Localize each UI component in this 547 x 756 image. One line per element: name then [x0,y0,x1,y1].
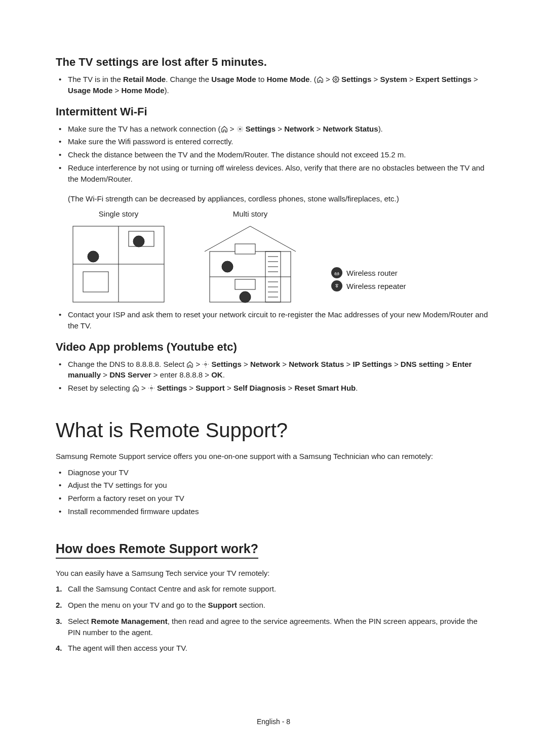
list-item: Adjust the TV settings for you [56,480,491,491]
text: Change the DNS to 8.8.8.8. Select [68,360,186,368]
svg-point-27 [150,387,152,389]
path: Network Status [289,360,344,368]
separator: > [225,384,233,392]
separator: > [205,370,211,379]
text-bold: Remote Management [91,617,168,625]
separator: > [112,86,121,95]
list-item: Contact your ISP and ask them to reset y… [56,309,491,331]
list-item: Reset by selecting > Settings > Support … [56,383,491,394]
legend-label: Wireless router [346,269,398,277]
home-icon [186,360,193,367]
svg-rect-6 [83,272,108,292]
separator: > [371,75,380,83]
home-icon [317,75,324,82]
steps-how: Call the Samsung Contact Centre and ask … [56,583,491,654]
svg-point-0 [335,78,337,80]
figure-label: Single story [99,209,138,218]
text-bold: Support [208,601,238,609]
list-item: The TV is in the Retail Mode. Change the… [56,74,491,96]
separator: > [276,124,284,133]
list-item: Make sure the Wifi password is entered c… [56,136,491,147]
page-footer: English - 8 [0,718,547,726]
text: ). [164,86,169,95]
svg-point-8 [133,236,144,247]
legend-row-router: Wireless router [331,267,406,278]
list-remote: Diagnose your TV Adjust the TV settings … [56,467,491,517]
house-multi-icon [200,221,301,307]
list-item: Diagnose your TV [56,467,491,478]
repeater-icon [331,280,342,291]
path: DNS setting [401,360,444,368]
text-bold: Retail Mode [123,75,166,83]
list-wifi-2: Contact your ISP and ask them to reset y… [56,309,491,331]
path: Support [196,384,225,392]
path-settings: Settings [246,124,276,133]
svg-point-23 [240,291,251,303]
list-item: Check the distance between the TV and th… [56,149,491,160]
svg-point-22 [222,261,233,272]
separator: > [407,75,416,83]
separator: > [444,360,452,368]
path-expert: Expert Settings [416,75,472,83]
text: . Change the [166,75,211,83]
gear-icon [332,75,339,82]
path-home: Home Mode [121,86,164,95]
separator: > [472,75,478,83]
home-icon [132,384,139,391]
list-item: Reduce interference by not using or turn… [56,162,491,185]
list-item: Install recommended firmware updates [56,506,491,517]
text: Select [68,617,91,625]
list-item: Perform a factory reset on your TV [56,493,491,504]
home-icon [221,124,228,132]
separator: > [228,124,237,133]
path: OK [211,370,223,379]
text: Reset by selecting [68,384,132,392]
text-bold: Usage Mode [211,75,256,83]
separator: > [344,360,353,368]
list-item: Make sure the TV has a network connectio… [56,123,491,135]
heading-how: How does Remote Support work? [56,541,258,559]
list-wifi: Make sure the TV has a network connectio… [56,123,491,185]
path: Settings [157,384,187,392]
path: Reset Smart Hub [294,384,356,392]
heading-tv-lost: The TV settings are lost after 5 minutes… [56,56,491,69]
footer-lang: English [257,718,280,726]
gear-icon [237,124,244,132]
figure-multi-story: Multi story [200,209,301,307]
svg-rect-21 [235,279,255,289]
separator: > [193,360,202,368]
path: DNS Server [109,370,151,379]
heading-wifi: Intermittent Wi-Fi [56,105,491,118]
router-icon [331,267,342,278]
text: enter 8.8.8.8 [160,370,205,379]
text: . ( [309,75,316,83]
gear-icon [148,384,155,391]
separator: > [187,384,196,392]
step-item: Call the Samsung Contact Centre and ask … [56,583,491,595]
text-bold: Home Mode [266,75,309,83]
path: Network [250,360,280,368]
list-video: Change the DNS to 8.8.8.8. Select > Sett… [56,359,491,394]
heading-remote-support: What is Remote Support? [56,419,491,442]
text: section. [237,601,265,609]
separator: > [101,370,109,379]
path-network: Network [284,124,314,133]
figure-label: Multi story [233,209,267,218]
text: Make sure the TV has a network connectio… [68,124,221,133]
separator: > [286,384,294,392]
separator: > [242,360,250,368]
path-usage: Usage Mode [68,86,112,95]
step-item: Select Remote Management, then read and … [56,616,491,638]
list-tv-lost: The TV is in the Retail Mode. Change the… [56,74,491,96]
floorplan-single-icon [68,221,169,307]
list-item: Change the DNS to 8.8.8.8. Select > Sett… [56,359,491,381]
gear-icon [202,360,209,367]
text: ). [378,124,383,133]
figures-row: Single story Multi story [68,209,491,307]
path: Settings [212,360,242,368]
legend-label: Wireless repeater [346,282,406,290]
path-status: Network Status [323,124,378,133]
heading-video: Video App problems (Youtube etc) [56,341,491,354]
svg-rect-20 [235,244,255,254]
path-settings: Settings [341,75,371,83]
